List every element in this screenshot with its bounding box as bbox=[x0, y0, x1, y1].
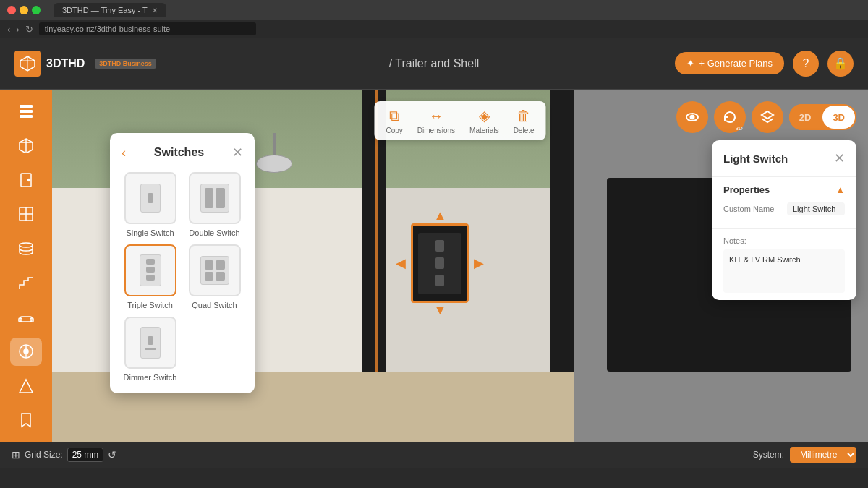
quad-dot-2 bbox=[216, 260, 225, 270]
viewport[interactable]: ▲ ▼ ◀ ▶ ⧉ Copy ↔ Dimensions bbox=[52, 90, 868, 442]
window-controls bbox=[7, 6, 41, 14]
layers-view-button[interactable] bbox=[752, 101, 783, 133]
prop-custom-name-row: Custom Name Light Switch bbox=[723, 202, 845, 215]
back-btn[interactable]: ‹ bbox=[7, 24, 10, 35]
tab-title: 3DTHD — Tiny Easy - T bbox=[62, 6, 148, 14]
system-area: System: Millimetre bbox=[753, 447, 856, 463]
switch-item-double[interactable]: Double Switch bbox=[186, 172, 243, 237]
sidebar-item-stack[interactable] bbox=[10, 234, 42, 263]
toolbar-materials[interactable]: ◈ Materials bbox=[469, 107, 499, 134]
toolbar-delete[interactable]: 🗑 Delete bbox=[514, 108, 535, 134]
prop-custom-name-value: Light Switch bbox=[787, 202, 845, 215]
eye-view-button[interactable] bbox=[676, 101, 708, 133]
sidebar-item-window[interactable] bbox=[10, 200, 42, 229]
svg-point-24 bbox=[690, 116, 694, 119]
panel-close-button[interactable]: ✕ bbox=[232, 145, 243, 160]
sidebar-item-door[interactable] bbox=[10, 166, 42, 194]
prop-title: Light Switch bbox=[723, 153, 788, 165]
panel-header: ‹ Switches ✕ bbox=[122, 145, 243, 160]
single-dot bbox=[148, 193, 153, 203]
grid-size-input[interactable] bbox=[67, 448, 103, 462]
browser-bar: 3DTHD — Tiny Easy - T ✕ bbox=[0, 0, 868, 20]
url-input[interactable] bbox=[39, 22, 256, 35]
arrow-left-icon: ◀ bbox=[396, 255, 406, 271]
quad-dot-3 bbox=[205, 272, 214, 281]
sidebar-item-bookmark[interactable] bbox=[10, 406, 42, 435]
rotate-view-button[interactable]: 3D bbox=[714, 101, 746, 133]
app-header: 3DTHD 3DTHD Business / Trailer and Shell… bbox=[0, 38, 868, 90]
minimize-window-btn[interactable] bbox=[20, 6, 28, 14]
dimensions-icon: ↔ bbox=[429, 108, 443, 124]
system-label: System: bbox=[753, 450, 784, 460]
reload-btn[interactable]: ↻ bbox=[25, 24, 33, 35]
double-switch-icon bbox=[200, 184, 229, 213]
quad-switch-icon bbox=[200, 256, 229, 285]
sidebar-item-shapes[interactable] bbox=[10, 372, 42, 401]
tab-close-icon[interactable]: ✕ bbox=[152, 7, 158, 14]
switch-item-single[interactable]: Single Switch bbox=[122, 172, 179, 237]
help-button[interactable]: ? bbox=[793, 51, 819, 77]
sidebar-item-electrical[interactable] bbox=[10, 338, 42, 367]
toolbar-copy[interactable]: ⧉ Copy bbox=[386, 108, 402, 134]
light-fixture bbox=[256, 133, 292, 173]
switches-panel: ‹ Switches ✕ Single Switch bbox=[110, 133, 255, 393]
prop-close-button[interactable]: ✕ bbox=[834, 150, 845, 166]
switches-grid: Single Switch Double Switch bbox=[122, 172, 243, 382]
viewport-toolbar: ⧉ Copy ↔ Dimensions ◈ Materials 🗑 Delete bbox=[374, 101, 545, 140]
panel-back-button[interactable]: ‹ bbox=[122, 145, 126, 160]
2d-mode-button[interactable]: 2D bbox=[789, 104, 822, 130]
prop-notes-text: KIT & LV RM Switch bbox=[723, 249, 845, 293]
sidebar-item-layers[interactable] bbox=[10, 97, 42, 126]
address-bar: ‹ › ↻ bbox=[0, 20, 868, 38]
sidebar-item-3d-box[interactable] bbox=[10, 132, 42, 160]
system-select[interactable]: Millimetre bbox=[790, 447, 856, 463]
switch-label-dimmer: Dimmer Switch bbox=[124, 373, 177, 382]
quad-dot-4 bbox=[216, 272, 225, 281]
switch-slot-3 bbox=[435, 275, 444, 286]
switch-label-double: Double Switch bbox=[189, 228, 239, 237]
toolbar-dimensions[interactable]: ↔ Dimensions bbox=[417, 108, 455, 134]
browser-tab[interactable]: 3DTHD — Tiny Easy - T ✕ bbox=[54, 3, 166, 17]
panel-title: Switches bbox=[154, 146, 204, 159]
bottom-bar: ⊞ Grid Size: ↺ System: Millimetre bbox=[0, 442, 868, 468]
prop-notes-section: Notes: KIT & LV RM Switch bbox=[712, 229, 856, 300]
switch-label-single: Single Switch bbox=[126, 228, 174, 237]
grid-reset-button[interactable]: ↺ bbox=[108, 449, 116, 461]
switch-item-triple[interactable]: Triple Switch bbox=[122, 244, 179, 309]
switch-thumb-single bbox=[124, 172, 176, 224]
forward-btn[interactable]: › bbox=[16, 24, 19, 35]
logo-cube bbox=[14, 51, 41, 77]
svg-marker-22 bbox=[20, 380, 33, 393]
materials-icon: ◈ bbox=[479, 107, 490, 124]
switch-slot-1 bbox=[435, 240, 444, 252]
generate-plans-button[interactable]: ✦ + Generate Plans bbox=[675, 52, 784, 74]
sidebar-item-stairs[interactable] bbox=[10, 269, 42, 298]
sidebar-item-sofa[interactable] bbox=[10, 303, 42, 332]
switch-label-quad: Quad Switch bbox=[192, 301, 237, 309]
switch-item-dimmer[interactable]: Dimmer Switch bbox=[122, 317, 179, 382]
triple-switch-icon bbox=[140, 254, 161, 286]
3d-mode-button[interactable]: 3D bbox=[822, 106, 855, 129]
logo-area: 3DTHD 3DTHD Business bbox=[14, 51, 156, 77]
maximize-window-btn[interactable] bbox=[32, 6, 41, 14]
arrow-right-icon: ▶ bbox=[474, 255, 484, 271]
left-sidebar bbox=[0, 90, 52, 442]
account-button[interactable]: 🔒 bbox=[827, 51, 854, 77]
grid-size-area: ⊞ Grid Size: ↺ bbox=[12, 448, 116, 462]
switch-label-triple: Triple Switch bbox=[127, 301, 173, 309]
svg-point-10 bbox=[28, 179, 30, 181]
app-container: 3DTHD 3DTHD Business / Trailer and Shell… bbox=[0, 38, 868, 468]
selected-switch-3d[interactable]: ▲ ▼ ◀ ▶ bbox=[411, 223, 469, 303]
triple-dot-1 bbox=[146, 259, 155, 265]
close-window-btn[interactable] bbox=[7, 6, 16, 14]
prop-collapse-icon[interactable]: ▲ bbox=[835, 184, 845, 195]
header-title: / Trailer and Shell bbox=[389, 57, 480, 70]
switch-thumb-double bbox=[189, 172, 241, 224]
prop-section-header: Properties ▲ bbox=[723, 184, 845, 195]
switch-item-quad[interactable]: Quad Switch bbox=[186, 244, 243, 309]
switch-slot-2 bbox=[435, 257, 444, 269]
light-shade bbox=[256, 155, 292, 173]
triple-dot-3 bbox=[146, 275, 155, 281]
header-right: ✦ + Generate Plans ? 🔒 bbox=[675, 51, 854, 77]
view-controls: 3D 2D 3D bbox=[676, 101, 856, 133]
